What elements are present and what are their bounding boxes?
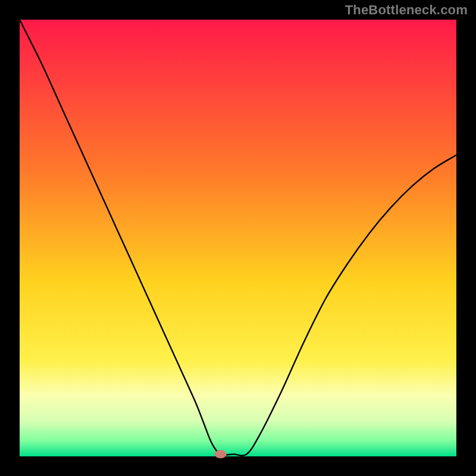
- optimum-marker: [215, 450, 227, 458]
- chart-frame: TheBottleneck.com: [0, 0, 476, 476]
- watermark-text: TheBottleneck.com: [345, 2, 468, 18]
- bottleneck-chart: [0, 0, 476, 476]
- plot-background: [20, 20, 456, 456]
